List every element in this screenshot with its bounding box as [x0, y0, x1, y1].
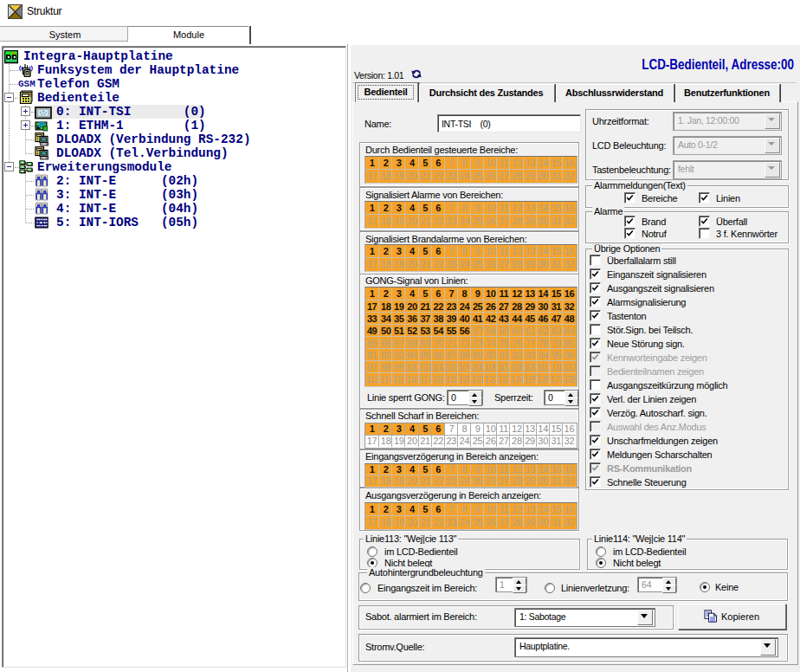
svg-text:IP: IP [39, 120, 46, 129]
